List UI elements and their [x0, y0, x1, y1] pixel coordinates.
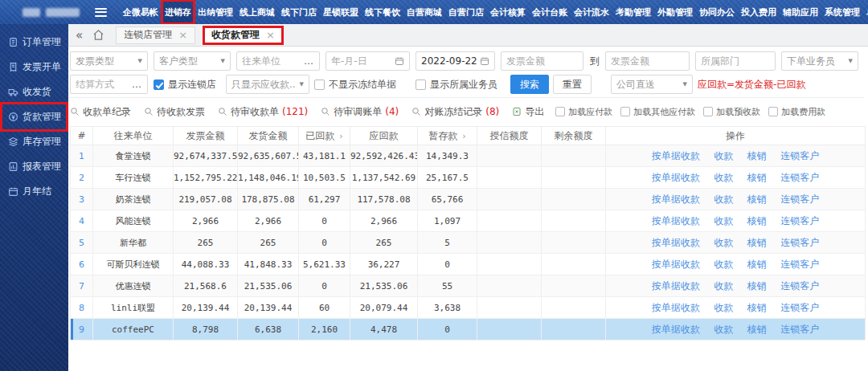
sidebar-item[interactable]: 发票开单 [2, 55, 66, 80]
table-row[interactable]: 8 linli联盟 20,139.44 20,139.44 60 20,079.… [71, 297, 866, 319]
action-receive-by-doc[interactable]: 按单据收款 [652, 237, 700, 248]
action-receive[interactable]: 收款 [714, 194, 733, 205]
action-receive-by-doc[interactable]: 按单据收款 [652, 280, 700, 292]
amount-from-input[interactable]: 发票金额 [501, 51, 583, 71]
action-receive[interactable]: 收款 [714, 324, 733, 335]
close-tab-icon[interactable]: × [178, 29, 187, 41]
table-row[interactable]: 1 食堂连锁 92,674,337.54 92,635,607.53 43,18… [71, 145, 866, 167]
nav-item[interactable]: 单据中心 [863, 0, 868, 24]
toolbar-link[interactable]: 收款单纪录 [70, 105, 131, 119]
action-receive-by-doc[interactable]: 按单据收款 [652, 259, 700, 270]
action-receive-by-doc[interactable]: 按单据收款 [652, 302, 700, 313]
invoice-type-select[interactable]: 发票类型 ▼ [70, 51, 148, 71]
show-chain-checkbox[interactable]: 显示连锁店 [154, 78, 216, 92]
nav-item[interactable]: 线上商城 [236, 0, 278, 24]
sidebar-item[interactable]: 货款管理 [2, 104, 66, 129]
ellipsis-picker-icon[interactable]: … [132, 79, 142, 90]
action-receive-by-doc[interactable]: 按单据收款 [652, 194, 700, 205]
action-receive[interactable]: 收款 [714, 302, 733, 313]
load-option-checkbox[interactable]: 加载费用款 [768, 106, 825, 118]
nav-item[interactable]: 自营商城 [403, 0, 445, 24]
nav-item[interactable]: 会计台账 [529, 0, 571, 24]
expand-column-icon[interactable]: › [339, 131, 342, 141]
nav-item[interactable]: 会计核算 [487, 0, 529, 24]
hide-frozen-checkbox[interactable]: 不显示冻结单据 [314, 78, 396, 92]
table-row[interactable]: 7 优惠连锁 21,568.6 21,535.06 0 21,535.06 55… [71, 275, 866, 297]
nav-item[interactable]: 协同办公 [696, 0, 738, 24]
action-chain-customer[interactable]: 连锁客户 [780, 280, 819, 292]
home-icon[interactable] [92, 29, 104, 41]
nav-item[interactable]: 系统管理 [821, 0, 863, 24]
only-receivable-select[interactable]: 只显示应收款... ▼ [226, 75, 309, 94]
search-button[interactable]: 搜索 [510, 75, 549, 94]
export-button[interactable]: 导出 [512, 105, 544, 119]
nav-item[interactable]: 辅助应用 [780, 0, 821, 24]
col-paid-amount[interactable]: 已回款› [299, 127, 350, 145]
action-chain-customer[interactable]: 连锁客户 [780, 302, 819, 313]
department-input[interactable]: 所属部门 [695, 51, 776, 71]
action-writeoff[interactable]: 核销 [747, 324, 767, 335]
action-receive-by-doc[interactable]: 按单据收款 [652, 172, 700, 183]
col-deposit-amount[interactable]: 暂存款› [418, 127, 477, 145]
date-to-input[interactable]: 2022-09-22 [416, 51, 495, 71]
table-row[interactable]: 2 车行连锁 1,152,795.22 1,148,046.19 10,503.… [71, 167, 866, 189]
action-receive[interactable]: 收款 [714, 280, 733, 292]
amount-to-input[interactable]: 发票金额 [605, 51, 690, 71]
ellipsis-picker-icon[interactable]: … [304, 55, 314, 67]
action-receive[interactable]: 收款 [714, 215, 733, 226]
counterparty-input[interactable]: 往来单位 … [236, 51, 320, 71]
nav-item[interactable]: 进销存 [162, 0, 194, 24]
action-writeoff[interactable]: 核销 [747, 194, 767, 205]
action-receive[interactable]: 收款 [714, 172, 733, 183]
close-tab-icon[interactable]: × [266, 29, 275, 41]
action-chain-customer[interactable]: 连锁客户 [780, 150, 819, 161]
delivery-mode-select[interactable]: 公司直送 ▼ [611, 75, 693, 94]
action-writeoff[interactable]: 核销 [747, 150, 767, 161]
sidebar-item[interactable]: 库存管理 [2, 129, 66, 154]
action-chain-customer[interactable]: 连锁客户 [780, 259, 819, 270]
load-option-checkbox[interactable]: 加载其他应付款 [620, 106, 695, 118]
table-row[interactable]: 6 可斯贝利连锁 44,088.33 41,848.33 5,621.33 36… [71, 254, 866, 275]
action-chain-customer[interactable]: 连锁客户 [780, 215, 819, 226]
nav-item[interactable]: 会计流水 [571, 0, 612, 24]
toolbar-link[interactable]: 待收款发票 [144, 105, 205, 119]
action-writeoff[interactable]: 核销 [747, 280, 767, 292]
table-row[interactable]: 5 新华都 265 265 0 265 5 按单据收款 收款 [71, 232, 866, 254]
action-chain-customer[interactable]: 连锁客户 [780, 194, 819, 205]
action-chain-customer[interactable]: 连锁客户 [780, 172, 819, 183]
nav-item[interactable]: 自营门店 [445, 0, 487, 24]
tab[interactable]: 连锁店管理 × [116, 26, 195, 44]
nav-item[interactable]: 外勤管理 [654, 0, 696, 24]
collapse-sidebar-icon[interactable]: « [76, 28, 83, 43]
sidebar-item[interactable]: 报表管理 [2, 154, 66, 179]
tab[interactable]: 收货款管理 × [203, 26, 283, 44]
nav-item[interactable]: 星锁联盟 [320, 0, 362, 24]
action-writeoff[interactable]: 核销 [747, 172, 767, 183]
load-option-checkbox[interactable]: 加载应付款 [555, 106, 612, 118]
action-chain-customer[interactable]: 连锁客户 [780, 237, 819, 248]
nav-item[interactable]: 考勤管理 [612, 0, 654, 24]
sidebar-item[interactable]: 月年结 [2, 179, 66, 204]
reset-button[interactable]: 重置 [553, 75, 592, 94]
table-row[interactable]: 9 coffeePC 8,798 6,638 2,160 4,478 0 按单据… [71, 319, 866, 340]
toolbar-link[interactable]: 待审调账单 (4) [321, 105, 399, 119]
action-receive-by-doc[interactable]: 按单据收款 [652, 150, 700, 161]
action-receive-by-doc[interactable]: 按单据收款 [652, 215, 700, 226]
sidebar-item[interactable]: 订单管理 [2, 30, 66, 55]
customer-type-select[interactable]: 客户类型 ▼ [154, 51, 231, 71]
salesman-select[interactable]: 下单业务员 ▼ [781, 51, 858, 71]
nav-item[interactable]: 线下门店 [278, 0, 320, 24]
load-option-checkbox[interactable]: 加载预收款 [703, 106, 760, 118]
expand-column-icon[interactable]: › [462, 131, 465, 141]
action-receive[interactable]: 收款 [714, 237, 733, 248]
action-writeoff[interactable]: 核销 [747, 259, 767, 270]
action-writeoff[interactable]: 核销 [747, 237, 767, 248]
table-row[interactable]: 3 奶茶连锁 219,057.08 178,875.08 61,297 117,… [71, 189, 866, 210]
action-chain-customer[interactable]: 连锁客户 [780, 324, 819, 335]
action-receive-by-doc[interactable]: 按单据收款 [652, 324, 700, 335]
toolbar-link[interactable]: 待审收款单 (121) [218, 105, 308, 119]
nav-item[interactable]: 线下餐饮 [362, 0, 403, 24]
action-writeoff[interactable]: 核销 [747, 215, 767, 226]
action-receive[interactable]: 收款 [714, 259, 733, 270]
toolbar-link[interactable]: 对账冻结记录 (8) [411, 105, 499, 119]
